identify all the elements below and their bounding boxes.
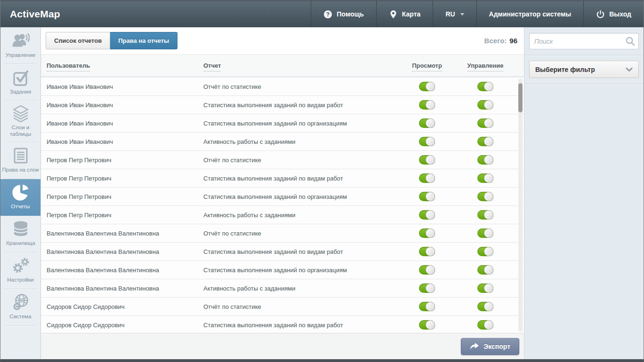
- user-cell: Валентинова Валентина Валентиновна: [41, 230, 203, 237]
- manage-toggle[interactable]: [477, 118, 493, 128]
- header-item-label: Выход: [609, 10, 631, 18]
- sidebar-item-label: Настройки: [7, 277, 33, 283]
- scrollbar-track: [518, 79, 523, 332]
- toggle-knob: [426, 100, 435, 110]
- view-cell: [399, 192, 455, 201]
- manage-toggle[interactable]: [477, 155, 493, 165]
- export-button[interactable]: Экспорт: [461, 338, 519, 355]
- table-footer: Экспорт: [41, 333, 524, 359]
- sidebar-item-layer-rights[interactable]: Права на слои: [0, 142, 40, 179]
- manage-toggle[interactable]: [477, 302, 493, 311]
- manage-toggle[interactable]: [477, 283, 493, 293]
- tasks-icon: [12, 69, 30, 87]
- manage-cell: [455, 118, 515, 128]
- header-item-label: Администратор системы: [489, 10, 572, 18]
- header-item-map[interactable]: Карта: [376, 1, 433, 27]
- view-toggle[interactable]: [419, 82, 435, 91]
- sidebar-item-label: Слои и таблицы: [1, 125, 40, 138]
- toggle-knob: [484, 247, 493, 256]
- report-cell: Статистика выполнения заданий по организ…: [203, 120, 399, 127]
- sidebar-item-storage[interactable]: Хранилища: [0, 216, 40, 252]
- total-value: 96: [509, 37, 517, 45]
- manage-toggle[interactable]: [477, 173, 493, 183]
- sidebar-item-reports[interactable]: Отчеты: [0, 179, 40, 216]
- manage-toggle[interactable]: [477, 137, 493, 146]
- toggle-knob: [426, 265, 435, 275]
- scrollbar-thumb[interactable]: [518, 83, 523, 112]
- view-toggle[interactable]: [419, 265, 435, 275]
- manage-cell: [455, 210, 515, 220]
- toggle-knob: [484, 320, 493, 330]
- sidebar-item-layers[interactable]: Слои и таблицы: [0, 101, 40, 142]
- manage-toggle[interactable]: [477, 320, 493, 330]
- manage-toggle[interactable]: [477, 192, 493, 201]
- manage-cell: [455, 228, 515, 238]
- manage-toggle[interactable]: [477, 228, 493, 238]
- sidebar-item-settings[interactable]: Настройки: [0, 252, 40, 289]
- toggle-knob: [426, 173, 435, 183]
- tab-report-list[interactable]: Список отчетов: [46, 32, 110, 49]
- sidebar-item-management[interactable]: Управление: [0, 27, 40, 64]
- total-label: Всего:: [484, 37, 507, 45]
- view-toggle[interactable]: [419, 173, 435, 183]
- users-icon: [12, 32, 30, 50]
- chevron-down-icon: [460, 13, 464, 16]
- layers-icon: [12, 104, 30, 122]
- manage-cell: [455, 320, 515, 330]
- manage-cell: [455, 155, 515, 165]
- view-toggle[interactable]: [419, 192, 435, 201]
- view-cell: [399, 118, 455, 128]
- filter-select[interactable]: Выберите фильтр: [529, 61, 639, 78]
- header-item-lang[interactable]: RU: [433, 1, 476, 27]
- search-input[interactable]: [529, 33, 639, 49]
- sidebar-item-tasks[interactable]: Задания: [0, 64, 40, 101]
- view-toggle[interactable]: [419, 320, 435, 330]
- sidebar-item-system[interactable]: Система: [0, 289, 40, 326]
- manage-toggle[interactable]: [477, 247, 493, 256]
- toggle-knob: [426, 320, 435, 330]
- header-item-help[interactable]: Помощь: [311, 1, 376, 27]
- table-row: Петров Петр ПетровичСтатистика выполнени…: [41, 188, 524, 206]
- toggle-knob: [426, 247, 435, 256]
- tab-report-rights[interactable]: Права на отчеты: [110, 32, 177, 49]
- toggle-knob: [426, 137, 435, 146]
- user-cell: Валентинова Валентина Валентиновна: [41, 267, 203, 274]
- toggle-knob: [484, 137, 493, 146]
- view-toggle[interactable]: [419, 118, 435, 128]
- main-content: Список отчетов Права на отчеты Всего:96 …: [41, 27, 524, 359]
- app-logo: ActiveMap: [10, 8, 60, 20]
- view-toggle[interactable]: [419, 283, 435, 293]
- help-icon: [323, 10, 332, 19]
- header-item-account[interactable]: Администратор системы: [476, 1, 584, 27]
- manage-cell: [455, 265, 515, 275]
- toggle-knob: [484, 100, 493, 110]
- manage-toggle[interactable]: [477, 82, 493, 91]
- view-toggle[interactable]: [419, 137, 435, 146]
- search-icon[interactable]: [625, 36, 635, 46]
- panel-divider: [524, 55, 644, 55]
- power-icon: [596, 10, 605, 19]
- table-row: Сидоров Сидор СидоровичСтатистика выполн…: [41, 316, 524, 333]
- view-cell: [399, 302, 455, 311]
- view-toggle[interactable]: [419, 247, 435, 256]
- view-toggle[interactable]: [419, 210, 435, 220]
- report-cell: Активность работы с заданиями: [203, 212, 399, 219]
- toggle-knob: [484, 302, 493, 311]
- view-toggle[interactable]: [419, 302, 435, 311]
- sidebar: УправлениеЗаданияСлои и таблицыПрава на …: [0, 27, 41, 359]
- help-icon: [323, 10, 332, 19]
- table-row: Иванов Иван ИвановичСтатистика выполнени…: [41, 114, 524, 133]
- toolbar: Список отчетов Права на отчеты Всего:96: [41, 27, 524, 55]
- report-cell: Отчёт по статистике: [203, 157, 399, 164]
- manage-toggle[interactable]: [477, 265, 493, 275]
- user-cell: Сидоров Сидор Сидорович: [41, 322, 203, 329]
- header-item-logout[interactable]: Выход: [583, 1, 644, 27]
- view-toggle[interactable]: [419, 100, 435, 110]
- manage-toggle[interactable]: [477, 210, 493, 220]
- user-cell: Валентинова Валентина Валентиновна: [41, 285, 203, 292]
- manage-toggle[interactable]: [477, 100, 493, 110]
- toggle-knob: [484, 82, 493, 91]
- view-toggle[interactable]: [419, 228, 435, 238]
- system-icon: [12, 293, 30, 311]
- view-toggle[interactable]: [419, 155, 435, 165]
